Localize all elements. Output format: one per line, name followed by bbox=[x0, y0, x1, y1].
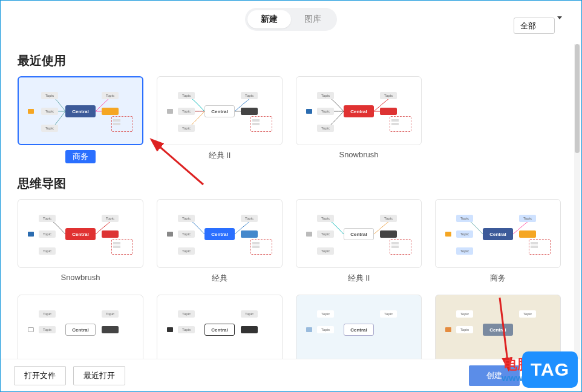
open-file-button[interactable]: 打开文件 bbox=[14, 366, 66, 385]
recent-open-button[interactable]: 最近打开 bbox=[73, 366, 125, 385]
content-area: 最近使用 Topic Topic Topic Central Topic 商务 bbox=[1, 36, 581, 390]
mindmap-grid: Topic Topic Topic Central Topic Snowbrus… bbox=[18, 199, 564, 364]
template-card[interactable]: Topic Topic Topic Central Topic bbox=[18, 199, 143, 268]
template-label: 商务 bbox=[490, 273, 506, 284]
section-mindmap-title: 思维导图 bbox=[18, 175, 564, 192]
template-label: 经典 II bbox=[348, 273, 370, 284]
section-recent-title: 最近使用 bbox=[18, 53, 564, 69]
scrollbar-thumb[interactable] bbox=[575, 44, 580, 153]
template-label: Snowbrush bbox=[60, 273, 100, 282]
template-label: Snowbrush bbox=[339, 150, 378, 159]
template-label: 经典 II bbox=[209, 150, 231, 161]
tab-library[interactable]: 图库 bbox=[291, 10, 335, 28]
tag-badge: TAG bbox=[522, 351, 578, 388]
topbar: 新建 图库 全部 bbox=[1, 1, 581, 36]
template-label: 商务 bbox=[65, 150, 96, 163]
footer: 打开文件 最近打开 创建 取消 bbox=[1, 359, 581, 391]
template-card[interactable]: Topic Topic Central Topic bbox=[18, 295, 143, 364]
template-card-snowbrush[interactable]: Topic Topic Topic Central Topic bbox=[296, 76, 422, 145]
template-card[interactable]: Topic Topic Topic Central Topic bbox=[435, 199, 561, 268]
template-card-classic2[interactable]: Topic Topic Topic Central Topic bbox=[157, 76, 283, 145]
template-card[interactable]: Topic Topic Central Topic bbox=[157, 295, 283, 364]
tab-new[interactable]: 新建 bbox=[247, 10, 291, 28]
filter-select[interactable]: 全部 bbox=[514, 18, 555, 34]
scrollbar[interactable] bbox=[574, 44, 580, 359]
template-card[interactable]: Topic Topic Central Topic bbox=[296, 295, 422, 364]
template-card-biz[interactable]: Topic Topic Topic Central Topic bbox=[18, 76, 143, 145]
tab-group: 新建 图库 bbox=[245, 8, 337, 31]
recent-grid: Topic Topic Topic Central Topic 商务 Topic… bbox=[18, 76, 564, 163]
template-card[interactable]: Topic Topic Topic Central Topic bbox=[157, 199, 283, 268]
template-label: 经典 bbox=[212, 273, 227, 284]
template-card[interactable]: Topic Topic Topic Central Topic bbox=[296, 199, 422, 268]
